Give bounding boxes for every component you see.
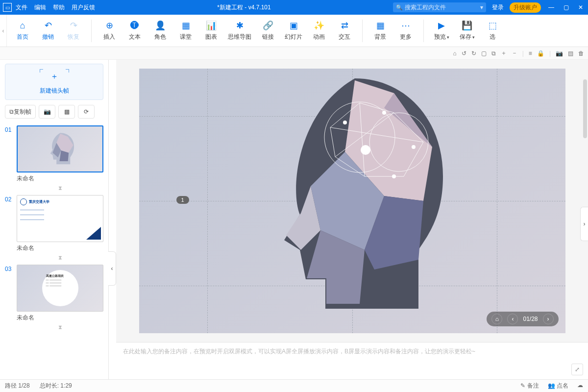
expand-notes-button[interactable]: ⤢ [571, 364, 583, 375]
status-path: 路径 1/28 [5, 382, 30, 390]
text-button[interactable]: 🅣文本 [122, 17, 147, 45]
ribbon-toolbar: ‹ ⌂首页 ↶撤销 ↷恢复 ⊕插入 🅣文本 👤角色 ▦课堂 📊图表 ✱思维导图 … [0, 15, 588, 47]
menu-file[interactable]: 文件 [16, 3, 27, 12]
status-roll-button[interactable]: 👥 点名 [548, 382, 568, 390]
nav-next-button[interactable]: › [543, 314, 554, 324]
slide-thumbnail-3[interactable]: 03 高速公路现状— ————— ————— ———— 未命名 ⧗ [5, 265, 103, 330]
sidebar-collapse-button[interactable]: ‹ [108, 251, 116, 286]
more-button[interactable]: ⋯更多 [393, 17, 418, 45]
undo-button[interactable]: ↶撤销 [35, 17, 61, 45]
menu-bar: 文件 编辑 帮助 用户反馈 [16, 3, 95, 12]
titlebar: ▭ 文件 编辑 帮助 用户反馈 *新建工程 - v4.7.101 🔍 搜索工程内… [0, 0, 588, 15]
layout-icon[interactable]: ▤ [568, 50, 573, 57]
home-view-icon[interactable]: ⌂ [453, 50, 456, 57]
new-frame-button[interactable]: ＋ 新建镜头帧 [5, 64, 103, 100]
stage[interactable]: 1 ⌂ ‹ 01/28 › [139, 69, 565, 333]
rotate-right-icon[interactable]: ↻ [471, 50, 476, 57]
align-icon[interactable]: ≡ [529, 50, 532, 57]
plus-icon: ＋ [50, 71, 58, 81]
chart-icon: 📊 [206, 20, 217, 31]
status-cloud-icon[interactable]: ☁ [577, 382, 583, 390]
preview-icon: ▶ [438, 20, 445, 31]
head-illustration[interactable] [237, 74, 463, 328]
minimize-button[interactable]: — [547, 4, 556, 11]
slide-thumbnail-2[interactable]: 02 重庆交通大学 ————————————————————— 未命名 ⧗ [5, 195, 103, 261]
insert-button[interactable]: ⊕插入 [97, 17, 122, 45]
slide-thumbnail-1[interactable]: 01 未命名 ⧗ [5, 125, 103, 191]
interact-label: 交互 [339, 33, 350, 41]
chevron-down-icon[interactable]: ▾ [480, 4, 483, 11]
link-button[interactable]: 🔗链接 [255, 17, 281, 45]
slide-title: 未命名 [17, 174, 103, 183]
zoom-in-icon[interactable]: ＋ [501, 49, 507, 57]
nav-prev-button[interactable]: ‹ [507, 314, 518, 324]
role-button[interactable]: 👤角色 [147, 17, 173, 45]
right-panel-toggle[interactable]: › [580, 207, 588, 241]
slide-preview: 重庆交通大学 ————————————————————— [17, 195, 103, 242]
save-button[interactable]: 💾保存▾ [454, 17, 480, 45]
copy-icon[interactable]: ⧉ [491, 50, 496, 57]
preview-button[interactable]: ▶预览▾ [429, 17, 454, 45]
background-icon: ▦ [376, 20, 385, 31]
save-icon: 💾 [462, 20, 472, 31]
main-area: ＋ 新建镜头帧 ⧉ 复制帧 📷 ▩ ⟳ 01 未命名 ⧗ 02 重庆交通大学 [0, 60, 588, 379]
slide-preview [17, 125, 103, 172]
svg-point-13 [382, 111, 386, 115]
redo-button[interactable]: ↷恢复 [61, 17, 86, 45]
close-button[interactable]: ✕ [576, 4, 585, 11]
redo-label: 恢复 [68, 33, 79, 41]
slide-icon: ▣ [290, 20, 298, 31]
canvas[interactable]: 1 ⌂ ‹ 01/28 › [116, 60, 588, 342]
stage-navigator: ⌂ ‹ 01/28 › [487, 312, 558, 326]
camera-icon[interactable]: 📷 [556, 50, 563, 57]
slide-panel: ＋ 新建镜头帧 ⧉ 复制帧 📷 ▩ ⟳ 01 未命名 ⧗ 02 重庆交通大学 [0, 60, 109, 379]
status-bar: 路径 1/28 总时长: 1:29 ✎ 备注 👥 点名 ☁ [0, 379, 588, 392]
anim-icon: ✨ [314, 20, 324, 31]
slide-title: 未命名 [17, 244, 103, 252]
slide-button[interactable]: ▣幻灯片 [281, 17, 306, 45]
background-button[interactable]: ▦背景 [368, 17, 393, 45]
maximize-button[interactable]: ▢ [562, 4, 570, 11]
notes-panel[interactable]: 在此处输入您的备注内容，在预览时开启双屏模式，可以实现A屏全屏播放演示内容，B屏… [116, 342, 588, 379]
snapshot-button[interactable]: 📷 [39, 105, 55, 119]
menu-edit[interactable]: 编辑 [34, 3, 46, 12]
mindmap-button[interactable]: ✱思维导图 [224, 17, 255, 45]
copy-frame-button[interactable]: ⧉ 复制帧 [5, 105, 36, 119]
chart-label: 图表 [205, 33, 217, 41]
document-title: *新建工程 - v4.7.101 [95, 3, 393, 12]
svg-point-12 [343, 121, 347, 124]
settings-button[interactable]: ⟳ [78, 105, 95, 119]
select-button[interactable]: ⬚选 [480, 17, 505, 45]
ribbon-collapse-left[interactable]: ‹ [0, 15, 7, 47]
chart-button[interactable]: 📊图表 [198, 17, 224, 45]
lock-icon[interactable]: 🔒 [537, 50, 544, 57]
more-icon: ⋯ [401, 20, 410, 31]
anim-label: 动画 [313, 33, 325, 41]
home-button[interactable]: ⌂首页 [10, 17, 35, 45]
search-input[interactable]: 🔍 搜索工程内文件 ▾ [393, 2, 486, 12]
class-button[interactable]: ▦课堂 [173, 17, 198, 45]
interact-button[interactable]: ⇄交互 [332, 17, 357, 45]
role-icon: 👤 [155, 20, 166, 31]
nav-home-button[interactable]: ⌂ [491, 314, 502, 324]
rotate-left-icon[interactable]: ↺ [462, 50, 466, 57]
interact-icon: ⇄ [341, 20, 348, 31]
upgrade-button[interactable]: 升级账户 [510, 2, 541, 13]
scrollbar-thumb[interactable] [583, 79, 587, 138]
canvas-toolbar: ⌂ ↺ ↻ ▢ ⧉ ＋ － | ≡ 🔒 | 📷 ▤ 🗑 [0, 47, 588, 60]
qr-button[interactable]: ▩ [58, 105, 75, 119]
insert-icon: ⊕ [106, 20, 113, 31]
anim-button[interactable]: ✨动画 [306, 17, 332, 45]
slide2-heading: 重庆交通大学 [29, 199, 49, 204]
mindmap-label: 思维导图 [228, 33, 251, 41]
status-remark-button[interactable]: ✎ 备注 [520, 382, 539, 390]
menu-feedback[interactable]: 用户反馈 [72, 3, 95, 12]
menu-help[interactable]: 帮助 [53, 3, 65, 12]
trash-icon[interactable]: 🗑 [578, 50, 584, 57]
fit-icon[interactable]: ▢ [481, 50, 487, 57]
timer-icon: ⧗ [17, 185, 103, 191]
slide3-heading: 高速公路现状 [46, 274, 64, 277]
zoom-out-icon[interactable]: － [512, 49, 517, 57]
login-link[interactable]: 登录 [492, 3, 504, 12]
text-icon: 🅣 [130, 20, 139, 31]
